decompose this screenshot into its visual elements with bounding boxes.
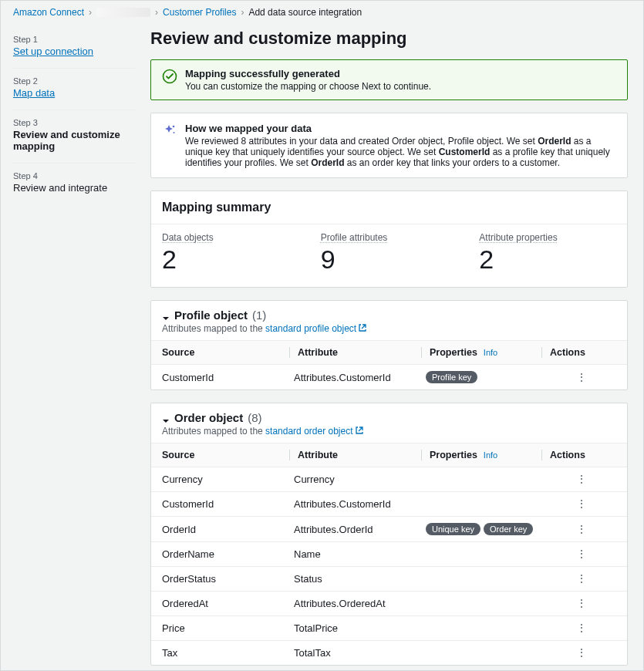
row-actions-menu[interactable]: ⋮ <box>576 474 587 484</box>
row-actions-menu[interactable]: ⋮ <box>576 524 587 534</box>
breadcrumb-customer-profiles[interactable]: Customer Profiles <box>163 7 236 18</box>
cell-properties: Profile key <box>426 371 541 383</box>
cell-attribute: Currency <box>294 474 421 485</box>
alert-success: Mapping successfully generated You can c… <box>150 59 628 100</box>
row-actions-menu[interactable]: ⋮ <box>576 548 587 559</box>
order-object-toggle[interactable]: Order object (8) <box>162 411 616 424</box>
row-actions-menu[interactable]: ⋮ <box>576 598 587 609</box>
step-4: Step 4 Review and integrate <box>13 164 135 204</box>
cell-source: OrderedAt <box>162 598 289 609</box>
caret-down-icon <box>162 414 170 422</box>
profile-object-card: Profile object (1) Attributes mapped to … <box>150 300 628 390</box>
row-actions-menu[interactable]: ⋮ <box>576 573 587 584</box>
breadcrumb-instance-redacted <box>96 8 150 17</box>
step-1-link[interactable]: Set up connection <box>13 46 93 57</box>
summary-attribute-properties: Attribute properties 2 <box>468 224 627 287</box>
table-row: CurrencyCurrency⋮ <box>151 467 627 492</box>
cell-attribute: Attributes.OrderId <box>294 524 421 535</box>
row-actions-menu[interactable]: ⋮ <box>576 372 587 383</box>
row-actions-menu[interactable]: ⋮ <box>576 622 587 633</box>
step-2-link[interactable]: Map data <box>13 87 55 99</box>
row-actions-menu[interactable]: ⋮ <box>576 647 587 658</box>
breadcrumb-root[interactable]: Amazon Connect <box>13 7 84 18</box>
info-title: How we mapped your data <box>185 123 616 134</box>
col-attribute: Attribute <box>298 347 338 358</box>
cell-actions: ⋮ <box>546 524 588 535</box>
cell-actions: ⋮ <box>546 548 588 560</box>
cell-source: Price <box>162 622 289 634</box>
cell-source: CustomerId <box>162 372 289 383</box>
step-label: Step 3 <box>13 118 135 127</box>
order-object-subtitle: Attributes mapped to the standard order … <box>162 426 616 437</box>
step-3: Step 3 Review and customize mapping <box>13 110 135 164</box>
col-properties: Properties <box>430 347 477 358</box>
external-link-icon <box>355 426 364 435</box>
main-content: Review and customize mapping Mapping suc… <box>147 24 643 670</box>
profile-object-count: (1) <box>252 309 266 322</box>
profile-object-title: Profile object <box>174 309 248 322</box>
table-row: OrderStatusStatus⋮ <box>151 567 627 592</box>
cell-actions: ⋮ <box>546 647 588 659</box>
svg-point-2 <box>174 132 175 133</box>
cell-attribute: Name <box>294 548 421 560</box>
summary-profile-attributes: Profile attributes 9 <box>310 224 469 287</box>
row-actions-menu[interactable]: ⋮ <box>576 498 587 509</box>
chevron-right-icon: › <box>155 7 158 18</box>
col-properties: Properties <box>430 450 477 460</box>
col-actions: Actions <box>550 450 585 460</box>
property-badge: Unique key <box>426 523 480 535</box>
cell-actions: ⋮ <box>546 622 588 634</box>
properties-info-link[interactable]: Info <box>484 348 497 357</box>
table-row: OrderIdAttributes.OrderIdUnique keyOrder… <box>151 517 627 542</box>
summary-data-objects: Data objects 2 <box>151 224 310 287</box>
svg-point-1 <box>173 126 175 128</box>
step-label: Step 2 <box>13 76 135 86</box>
cell-attribute: Status <box>294 573 421 585</box>
cell-attribute: TotalTax <box>294 647 421 659</box>
profile-object-subtitle: Attributes mapped to the standard profil… <box>162 323 616 334</box>
breadcrumb: Amazon Connect › › Customer Profiles › A… <box>1 1 643 24</box>
table-row: OrderNameName⋮ <box>151 542 627 567</box>
property-badge: Order key <box>484 523 533 535</box>
standard-order-object-link[interactable]: standard order object <box>265 426 363 437</box>
cell-attribute: TotalPrice <box>294 622 421 634</box>
cell-actions: ⋮ <box>546 573 588 585</box>
col-source: Source <box>162 450 289 460</box>
property-badge: Profile key <box>426 371 477 383</box>
external-link-icon <box>358 323 367 332</box>
standard-profile-object-link[interactable]: standard profile object <box>265 323 367 334</box>
cell-source: CustomerId <box>162 498 289 510</box>
step-label: Step 1 <box>13 35 135 44</box>
summary-label: Attribute properties <box>479 232 616 243</box>
sparkle-icon <box>162 123 177 139</box>
profile-object-toggle[interactable]: Profile object (1) <box>162 309 616 322</box>
table-row: CustomerIdAttributes.CustomerId⋮ <box>151 492 627 517</box>
cell-actions: ⋮ <box>546 474 588 485</box>
info-body: We reviewed 8 attributes in your data an… <box>185 136 616 168</box>
order-object-card: Order object (8) Attributes mapped to th… <box>150 403 628 666</box>
order-object-title: Order object <box>174 411 243 424</box>
sub-prefix: Attributes mapped to the <box>162 426 265 437</box>
col-source: Source <box>162 347 289 358</box>
table-row: CustomerIdAttributes.CustomerIdProfile k… <box>151 365 627 389</box>
how-we-mapped-card: How we mapped your data We reviewed 8 at… <box>150 113 628 178</box>
summary-label: Profile attributes <box>321 232 458 243</box>
step-2: Step 2 Map data <box>13 69 135 110</box>
success-check-icon <box>162 69 177 84</box>
table-header: Source Attribute PropertiesInfo Actions <box>151 443 627 467</box>
alert-body: You can customize the mapping or choose … <box>185 81 431 92</box>
step-3-title: Review and customize mapping <box>13 129 135 152</box>
cell-source: OrderStatus <box>162 573 289 585</box>
properties-info-link[interactable]: Info <box>484 450 497 460</box>
step-1: Step 1 Set up connection <box>13 27 135 69</box>
table-row: OrderedAtAttributes.OrderedAt⋮ <box>151 592 627 616</box>
alert-title: Mapping successfully generated <box>185 68 431 79</box>
summary-value: 9 <box>321 244 458 275</box>
cell-source: OrderName <box>162 548 289 560</box>
caret-down-icon <box>162 312 170 319</box>
cell-actions: ⋮ <box>546 372 588 383</box>
col-actions: Actions <box>550 347 585 358</box>
summary-value: 2 <box>479 244 616 275</box>
cell-properties: Unique keyOrder key <box>426 523 541 535</box>
cell-source: Tax <box>162 647 289 659</box>
